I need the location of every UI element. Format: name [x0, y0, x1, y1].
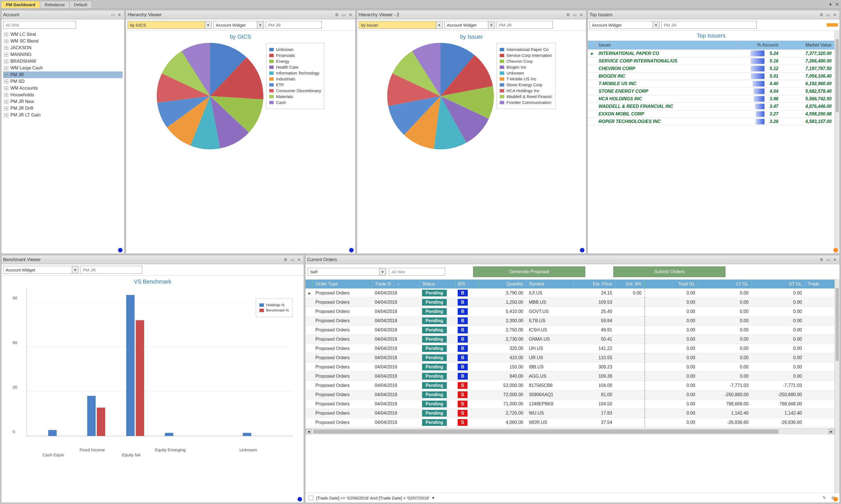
table-row[interactable]: ROPER TECHNOLOGIES INC3.264,583,157.00: [588, 118, 835, 126]
edit-icon[interactable]: ✎: [821, 495, 827, 501]
table-row[interactable]: Proposed Orders04/04/2018PendingB2,730.0…: [306, 335, 835, 344]
expand-icon[interactable]: [306, 362, 313, 372]
tree-item[interactable]: +WM Accounts: [3, 85, 122, 92]
filter-icon[interactable]: ▼: [396, 282, 400, 286]
table-row[interactable]: Proposed Orders04/04/2018PendingS72,000.…: [306, 390, 835, 399]
user-input[interactable]: [265, 21, 322, 29]
column-header[interactable]: Quantity: [479, 280, 526, 289]
gear-icon[interactable]: ⚙: [818, 12, 824, 18]
expand-icon[interactable]: +: [4, 86, 8, 90]
table-row[interactable]: T-MOBILE US INC4.406,192,960.00: [588, 80, 835, 88]
expand-icon[interactable]: +: [4, 100, 8, 104]
table-row[interactable]: BIOGEN INC5.017,054,106.40: [588, 73, 835, 80]
expand-icon[interactable]: [306, 298, 313, 307]
column-header[interactable]: ST GL: [751, 280, 805, 289]
tree-item[interactable]: +WM LC Strat: [3, 31, 122, 38]
table-row[interactable]: STONE ENERGY CORP4.045,682,578.40: [588, 88, 835, 95]
table-row[interactable]: Proposed Orders04/04/2018PendingS71,000.…: [306, 399, 835, 409]
maximize-icon[interactable]: ▭: [341, 12, 347, 18]
self-dropdown[interactable]: Self▾: [308, 268, 386, 276]
chevron-down-icon[interactable]: ▾: [379, 268, 386, 275]
expand-icon[interactable]: [588, 103, 596, 110]
account-widget-dropdown[interactable]: Account Widget▾: [589, 21, 659, 29]
column-header[interactable]: Status: [419, 280, 455, 289]
maximize-icon[interactable]: ▭: [825, 12, 831, 18]
account-widget-dropdown[interactable]: Account Widget▾: [213, 21, 264, 29]
table-row[interactable]: Proposed Orders04/04/2018PendingB1,250.0…: [306, 298, 835, 307]
expand-icon[interactable]: +: [4, 93, 8, 97]
expand-icon[interactable]: [588, 80, 596, 88]
column-header[interactable]: Trade: [805, 280, 835, 289]
table-row[interactable]: Proposed Orders04/04/2018PendingS2,720.0…: [306, 409, 835, 418]
horizontal-scrollbar[interactable]: ◄ ►: [305, 428, 835, 434]
close-icon[interactable]: ✕: [578, 12, 584, 18]
expand-icon[interactable]: [306, 326, 313, 335]
account-widget-dropdown[interactable]: Account Widget▾: [445, 21, 495, 29]
expand-icon[interactable]: +: [4, 66, 8, 70]
tab-rebalance[interactable]: Rebalance: [40, 1, 70, 8]
col-pct-account[interactable]: % Account: [736, 41, 781, 50]
expand-icon[interactable]: [306, 344, 313, 353]
expand-icon[interactable]: +: [4, 59, 8, 63]
submit-orders-button[interactable]: Submit Orders: [613, 266, 725, 277]
expand-icon[interactable]: [306, 418, 313, 427]
gear-icon[interactable]: ⚙: [818, 257, 824, 263]
table-row[interactable]: Proposed Orders04/04/2018PendingS52,000.…: [306, 381, 835, 390]
vertical-scrollbar[interactable]: [835, 280, 840, 493]
expand-icon[interactable]: +: [4, 73, 8, 77]
tree-item[interactable]: +PM JR: [3, 71, 122, 78]
table-row[interactable]: Proposed Orders04/04/2018PendingB150.00I…: [306, 362, 835, 372]
tree-item[interactable]: +BRADSHAW: [3, 58, 122, 65]
bar[interactable]: [165, 433, 173, 436]
expand-icon[interactable]: +: [4, 106, 8, 110]
expand-icon[interactable]: +: [4, 79, 8, 84]
column-header[interactable]: Total GL: [645, 280, 698, 289]
scroll-right-icon[interactable]: ►: [828, 429, 835, 434]
close-icon[interactable]: ✕: [116, 12, 122, 18]
tab-default[interactable]: Default: [69, 1, 92, 8]
table-row[interactable]: Proposed Orders04/04/2018PendingB2,750.0…: [306, 326, 835, 335]
expand-icon[interactable]: [588, 65, 596, 73]
chevron-down-icon[interactable]: ▾: [205, 21, 211, 29]
tree-item[interactable]: +PM SD: [3, 78, 122, 85]
expand-icon[interactable]: +: [4, 46, 8, 50]
scroll-left-icon[interactable]: ◄: [305, 429, 312, 434]
tree-item[interactable]: +PM JR New: [3, 98, 122, 105]
user-input[interactable]: [497, 21, 553, 29]
column-header[interactable]: Est. MV: [615, 280, 645, 289]
generate-proposal-button[interactable]: Generate Proposal: [473, 266, 585, 277]
orders-account-input[interactable]: [389, 268, 445, 276]
bar[interactable]: [136, 320, 144, 436]
expand-icon[interactable]: [306, 381, 313, 390]
tree-item[interactable]: +PM JR LT Gain: [3, 112, 122, 119]
gear-icon[interactable]: ⚙: [282, 257, 289, 263]
tree-item[interactable]: +WM SC Blend: [3, 38, 122, 44]
close-icon[interactable]: ✕: [832, 12, 838, 18]
chevron-down-icon[interactable]: ▾: [72, 266, 79, 273]
expand-icon[interactable]: [588, 95, 596, 103]
chevron-down-icon[interactable]: ▾: [432, 495, 434, 500]
column-header[interactable]: Symbol: [526, 280, 573, 289]
expand-icon[interactable]: +: [4, 53, 8, 57]
table-row[interactable]: ▸Proposed Orders04/04/2018PendingB3,790.…: [306, 289, 835, 298]
table-row[interactable]: SERVICE CORP INTERNATIONAL/US5.167,266,4…: [588, 57, 835, 65]
window-menu-icon[interactable]: ▾: [827, 1, 834, 7]
expand-icon[interactable]: [588, 110, 596, 118]
table-row[interactable]: CHEVRON CORP5.127,197,787.50: [588, 65, 835, 73]
expand-icon[interactable]: [306, 316, 313, 326]
bar[interactable]: [97, 408, 105, 436]
maximize-icon[interactable]: ▭: [289, 257, 295, 263]
maximize-icon[interactable]: ▭: [571, 12, 578, 18]
col-market-value[interactable]: Market Value: [781, 41, 835, 50]
expand-icon[interactable]: ▸: [588, 50, 596, 57]
maximize-icon[interactable]: ▭: [825, 257, 831, 263]
hierarchy-by-dropdown[interactable]: by GICS▾: [127, 21, 212, 29]
expand-icon[interactable]: ▸: [306, 289, 313, 298]
filter-checkbox[interactable]: [309, 496, 313, 500]
expand-icon[interactable]: [306, 390, 313, 399]
tree-item[interactable]: +PM JR Drift: [3, 105, 122, 112]
table-row[interactable]: Proposed Orders04/04/2018PendingB2,300.0…: [306, 316, 835, 326]
table-row[interactable]: EXXON MOBIL CORP3.274,598,290.98: [588, 110, 835, 118]
table-row[interactable]: Proposed Orders04/04/2018PendingB5,410.0…: [306, 307, 835, 316]
close-icon[interactable]: ✕: [347, 12, 354, 18]
